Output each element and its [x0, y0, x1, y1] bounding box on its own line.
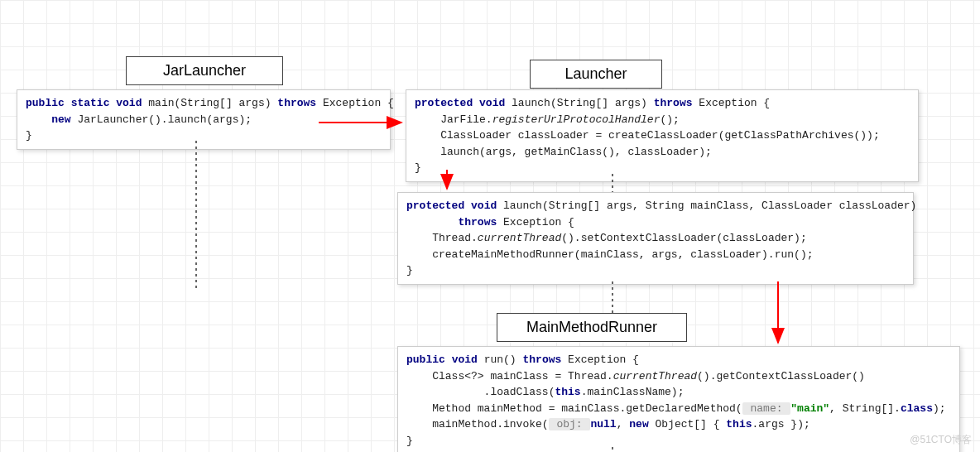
watermark: @51CTO博客 — [910, 433, 972, 447]
code-launcher-launch1: protected void launch(String[] args) thr… — [406, 89, 919, 182]
title-jarlauncher: JarLauncher — [126, 56, 283, 85]
code-launcher-launch2: protected void launch(String[] args, Str… — [397, 192, 914, 285]
code-jarlauncher: public static void main(String[] args) t… — [17, 89, 391, 150]
title-launcher: Launcher — [530, 60, 662, 89]
title-mainmethodrunner: MainMethodRunner — [497, 313, 687, 342]
code-mainmethodrunner: public void run() throws Exception { Cla… — [397, 346, 960, 452]
